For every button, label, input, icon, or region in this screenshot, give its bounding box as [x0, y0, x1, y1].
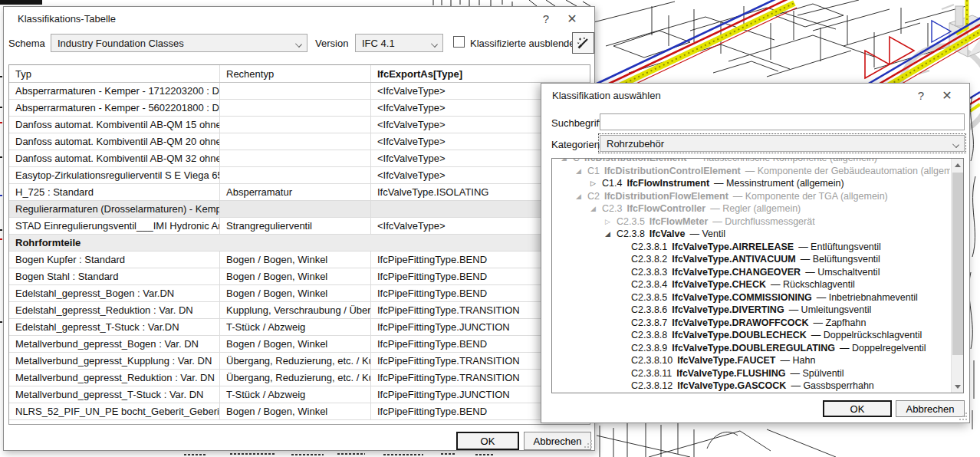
table-row[interactable]: Edelstahl_gepresst_Reduktion : Var. DN K… — [9, 302, 590, 319]
cell-typ: Metallverbund_gepresst_T-Stuck : Var. DN — [9, 386, 220, 403]
ok-button[interactable]: OK — [823, 400, 892, 417]
table-row[interactable]: STAD Einregulierungsventil___IMI Hydroni… — [9, 218, 590, 235]
tree-item-name: IfcDistributionControlElement — [604, 166, 741, 176]
cell-rechentyp: Bogen / Bogen, Winkel — [220, 403, 371, 419]
tree-item[interactable]: C2.3.8.8 IfcValveType.DOUBLECHECK — Dopp… — [552, 329, 950, 342]
close-icon[interactable]: ✕ — [934, 86, 960, 104]
cad-left-sliver-black — [0, 77, 2, 322]
cell-rechentyp: Kupplung, Verschraubung / Übergan — [220, 302, 371, 318]
tree-item[interactable]: C2.3 IfcFlowController — Regler (allgeme… — [552, 202, 950, 215]
expander-icon[interactable] — [590, 179, 602, 187]
categories-label: Kategorien — [551, 139, 600, 150]
help-icon[interactable]: ? — [533, 9, 559, 28]
tree-item-code: C2.3.8.7 — [631, 317, 667, 328]
column-header-rechentyp[interactable]: Rechentyp — [220, 65, 371, 82]
resize-grip[interactable] — [584, 440, 593, 449]
cell-typ: Edelstahl_gepresst_Reduktion : Var. DN — [9, 302, 220, 318]
close-icon[interactable]: ✕ — [559, 9, 585, 28]
tree-item-code: C2.3.8 — [617, 228, 645, 239]
dialog2-title: Klassifikation auswählen — [552, 90, 908, 101]
table-row[interactable]: Danfoss automat. Kombiventil AB-QM 15 oh… — [9, 117, 590, 133]
cad-top-ticks — [433, 0, 590, 6]
tree-item-code: C1.4 — [602, 178, 622, 189]
table-row[interactable]: Danfoss automat. Kombiventil AB-QM 20 oh… — [9, 133, 590, 150]
cell-typ: Danfoss automat. Kombiventil AB-QM 20 oh… — [9, 133, 220, 150]
table-row[interactable]: Absperrarmaturen - Kemper - 1712203200 :… — [9, 83, 590, 100]
cancel-button[interactable]: Abbrechen — [524, 432, 591, 450]
tree-item[interactable]: C2.3.8.11 IfcValveType.FLUSHING — Spülve… — [552, 367, 950, 380]
tree-item[interactable]: C2.3.8 IfcValve — Ventil — [552, 228, 950, 241]
tree-item[interactable]: C IfcDistributionElement — haustechnisch… — [552, 158, 950, 165]
table-row[interactable]: Danfoss automat. Kombiventil AB-QM 32 oh… — [9, 150, 590, 167]
tree-item[interactable]: C2.3.8.6 IfcValveType.DIVERTING — Umleit… — [552, 304, 950, 317]
expander-icon[interactable] — [561, 158, 573, 162]
table-row[interactable]: Metallverbund_gepresst_Bogen : Var. DN B… — [9, 336, 590, 353]
tree-item-name: IfcFlowMeter — [649, 216, 708, 227]
tree-item[interactable]: C1 IfcDistributionControlElement — Kompo… — [552, 165, 950, 178]
table-row[interactable]: Edelstahl_gepresst_T-Stuck : Var.DN T-St… — [9, 319, 590, 336]
ok-button[interactable]: OK — [456, 432, 519, 450]
cancel-button[interactable]: Abbrechen — [896, 400, 965, 417]
schema-label: Schema — [8, 38, 45, 49]
chevron-down-icon — [431, 41, 438, 48]
tree-item-description: — Spülventil — [790, 368, 844, 379]
tree-item[interactable]: C2.3.8.10 IfcValveType.FAUCET — Hahn — [552, 354, 950, 367]
table-row[interactable]: Easytop-Zirkulationsregulierventil S E V… — [9, 167, 590, 184]
tree-item-description: — Messinstrument (allgemein) — [714, 178, 844, 189]
tree-item-description: — Komponente der TGA (allgemein) — [733, 191, 888, 202]
column-header-ifcexportas[interactable]: IfcExportAs[Type] — [371, 65, 590, 82]
expander-icon[interactable] — [605, 230, 617, 238]
tree-item[interactable]: C2.3.5 IfcFlowMeter — Durchflussmessgerä… — [552, 215, 950, 228]
scrollbar-thumb[interactable] — [952, 173, 963, 355]
auto-classify-button[interactable] — [572, 32, 594, 54]
cell-rechentyp: Absperramatur — [220, 184, 371, 200]
tree-item[interactable]: C2.3.8.3 IfcValveType.CHANGEOVER — Umsch… — [552, 266, 950, 279]
tree-item[interactable]: C1.4 IfcFlowInstrument — Messinstrument … — [552, 177, 950, 190]
tree-item-description: — haustechnische Komponente (allgemein) — [691, 158, 877, 163]
expander-icon[interactable] — [605, 218, 617, 225]
table-row[interactable]: NLRS_52_PIF_UN_PE bocht_Geberit_Geberit … — [9, 403, 590, 420]
tree-item[interactable]: C2.3.8.7 IfcValveType.DRAWOFFCOCK — Zapf… — [552, 317, 950, 330]
schema-value: Industry Foundation Classes — [58, 38, 184, 49]
table-row[interactable]: H_725 : Standard Absperramatur IfcValveT… — [9, 184, 590, 201]
expander-icon[interactable] — [576, 167, 587, 175]
tree-item[interactable]: C2.3.8.4 IfcValveType.CHECK — Rückschlag… — [552, 278, 950, 291]
scroll-down-icon[interactable] — [952, 380, 964, 393]
tree-item[interactable]: C2 IfcDistributionFlowElement — Komponen… — [552, 190, 950, 203]
table-row[interactable]: Absperrarmaturen - Kemper - 5602201800 :… — [9, 100, 590, 117]
version-select[interactable]: IFC 4.1 — [355, 34, 443, 52]
tree-item[interactable]: C2.3.8.5 IfcValveType.COMMISSIONING — In… — [552, 291, 950, 304]
tree-item-code: C2.3 — [602, 203, 622, 214]
tree-item-code: C2.3.8.10 — [631, 355, 673, 366]
tree-item[interactable]: C2.3.8.2 IfcValveType.ANTIVACUUM — Belüf… — [552, 253, 950, 266]
column-header-typ[interactable]: Typ — [9, 65, 220, 82]
scroll-up-icon[interactable] — [952, 159, 964, 171]
tree-item-code: C2.3.8.5 — [631, 292, 667, 303]
table-row[interactable]: Bogen Kupfer : Standard Bogen / Bogen, W… — [9, 252, 590, 268]
resize-grip[interactable] — [959, 413, 968, 421]
table-row[interactable]: Metallverbund_gepresst_Reduktion : Var. … — [9, 370, 590, 386]
expander-icon[interactable] — [590, 205, 602, 212]
tree-item-name: IfcDistributionElement — [584, 158, 686, 163]
help-icon[interactable]: ? — [908, 86, 934, 104]
search-input[interactable] — [600, 113, 965, 130]
hide-classified-label: Klassifizierte ausblenden — [470, 38, 580, 49]
expander-icon[interactable] — [576, 192, 587, 200]
table-row[interactable]: Regulierarmaturen (Drosselarmaturen) - K… — [9, 201, 590, 218]
table-row[interactable]: Edelstahl_gepresst_Bogen : Var.DN Bogen … — [9, 285, 590, 302]
tree-item[interactable]: C2.3.8.12 IfcValveType.GASCOCK — Gassbsp… — [552, 380, 950, 393]
tree-item[interactable]: C2.3.8.1 IfcValveType.AIRRELEASE — Entlü… — [552, 241, 950, 254]
tree-item-description: — Inbetriebnahmeventil — [817, 292, 918, 303]
tree-item[interactable]: C2.3.8.9 IfcValveType.DOUBLEREGULATING —… — [552, 342, 950, 355]
cell-rechentyp: Übergang, Reduzierung, etc. / Kuppl — [220, 353, 371, 369]
table-row[interactable]: Bogen Stahl : Standard Bogen / Bogen, Wi… — [9, 268, 590, 285]
tree-scrollbar[interactable] — [951, 159, 963, 393]
table-row[interactable]: Metallverbund_gepresst_Kupplung : Var. D… — [9, 353, 590, 370]
table-row[interactable]: Rohrformteile — [9, 235, 590, 252]
categories-select[interactable]: Rohrzubehör — [600, 135, 965, 152]
table-row[interactable]: Metallverbund_gepresst_T-Stuck : Var. DN… — [9, 386, 590, 403]
cad-gray-cylinder — [955, 6, 963, 26]
hide-classified-checkbox[interactable] — [453, 36, 465, 48]
tree-item-description: — Umleitungsventil — [789, 304, 872, 315]
schema-select[interactable]: Industry Foundation Classes — [51, 34, 307, 52]
